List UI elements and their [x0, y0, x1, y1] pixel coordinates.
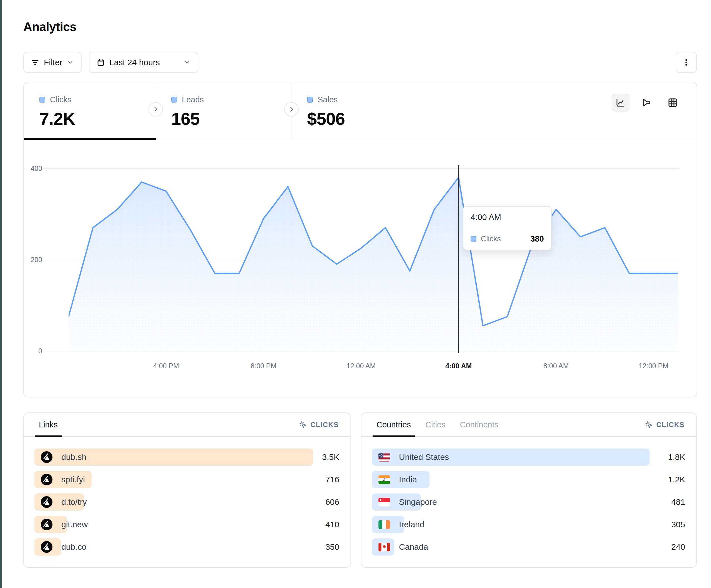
next-stat-button[interactable] [284, 102, 299, 116]
countries-metric-header[interactable]: CLICKS [645, 421, 685, 429]
funnel-chart-icon[interactable] [638, 94, 655, 112]
stat-label: Sales [318, 95, 338, 104]
stat-tab-leads[interactable]: Leads 165 [156, 82, 292, 139]
ireland-flag-icon [379, 520, 390, 529]
countries-rows: United States1.8KIndia1.2KSingapore481Ir… [372, 437, 685, 556]
page-title: Analytics [23, 20, 76, 34]
chevron-down-icon [67, 59, 73, 66]
link-row-label: spti.fyi [61, 475, 85, 484]
tab-countries[interactable]: Countries [376, 413, 411, 436]
country-row-label: India [399, 475, 417, 484]
tooltip-series-label: Clicks [481, 235, 526, 243]
countries-panel: Countries Cities Continents CLICKS Unite… [361, 412, 697, 568]
clicks-legend-swatch [39, 97, 45, 103]
chart-crosshair-line [458, 165, 459, 353]
link-row-label: dub.co [61, 542, 86, 552]
links-metric-header[interactable]: CLICKS [299, 421, 339, 429]
link-row[interactable]: git.new410 [35, 516, 339, 533]
stat-tab-sales[interactable]: Sales $506 [292, 82, 447, 139]
tooltip-time: 4:00 AM [464, 207, 551, 228]
x-axis-tick-label: 12:00 AM [346, 362, 376, 370]
cursor-click-icon [645, 421, 653, 429]
clicks-area-chart[interactable] [69, 164, 678, 351]
country-row[interactable]: Canada240 [372, 538, 685, 556]
chevron-right-icon [288, 106, 295, 113]
dub-logo-icon [41, 541, 52, 553]
x-axis-line [43, 351, 680, 352]
chart-type-toggle [611, 94, 682, 112]
stats-row: Clicks 7.2K Leads 165 Sales $506 [24, 82, 696, 139]
india-flag-icon [379, 475, 390, 484]
more-options-button[interactable] [676, 52, 697, 73]
calendar-icon [96, 58, 105, 67]
us-flag-icon [379, 453, 390, 461]
country-row[interactable]: India1.2K [372, 471, 685, 488]
link-row-label: d.to/try [61, 497, 87, 507]
country-row-label: United States [399, 452, 449, 462]
chevron-right-icon [152, 106, 159, 113]
date-range-button[interactable]: Last 24 hours [89, 52, 198, 73]
link-row[interactable]: dub.co350 [35, 538, 339, 556]
stat-value: 7.2K [39, 109, 156, 129]
stat-label: Clicks [50, 95, 71, 104]
link-row-value: 410 [325, 516, 339, 533]
table-grid-icon[interactable] [664, 94, 682, 112]
stat-value: $506 [307, 109, 447, 129]
tab-continents[interactable]: Continents [460, 413, 499, 436]
country-row-label: Singapore [399, 497, 437, 507]
link-row-value: 716 [325, 471, 339, 488]
tab-links[interactable]: Links [39, 413, 58, 436]
x-axis-tick-label: 4:00 PM [153, 362, 179, 370]
countries-panel-header: Countries Cities Continents CLICKS [362, 413, 696, 437]
sales-legend-swatch [307, 97, 313, 103]
link-row[interactable]: spti.fyi716 [35, 471, 339, 488]
country-row-value: 1.2K [668, 471, 685, 488]
link-row[interactable]: d.to/try606 [35, 493, 339, 511]
links-rows: dub.sh3.5Kspti.fyi716d.to/try606git.new4… [35, 437, 339, 556]
x-axis-tick-label: 4:00 AM [445, 362, 472, 370]
date-range-value: Last 24 hours [109, 58, 160, 67]
link-row-label: dub.sh [61, 452, 86, 462]
stat-tab-clicks[interactable]: Clicks 7.2K [24, 82, 156, 139]
y-axis-tick-label: 400 [22, 164, 42, 173]
metric-label: CLICKS [656, 421, 685, 429]
tooltip-value: 380 [531, 234, 544, 244]
y-axis-tick-label: 200 [22, 256, 42, 264]
dub-logo-icon [41, 496, 52, 508]
country-row-value: 1.8K [668, 449, 685, 466]
cursor-click-icon [299, 421, 307, 429]
y-axis-tick-label: 0 [22, 347, 42, 355]
links-panel: Links CLICKS dub.sh3.5Kspti.fyi716d.to/t… [23, 412, 351, 568]
country-row-value: 240 [671, 538, 685, 556]
country-row-label: Canada [399, 542, 428, 552]
links-panel-header: Links CLICKS [24, 413, 350, 437]
country-row[interactable]: Ireland305 [372, 516, 685, 533]
window-edge-decoration [0, 0, 2, 588]
x-axis-tick-label: 12:00 PM [639, 362, 669, 370]
link-row[interactable]: dub.sh3.5K [35, 449, 339, 466]
clicks-legend-swatch [471, 236, 476, 242]
link-row-value: 606 [325, 493, 339, 511]
filter-bars-icon [31, 58, 39, 67]
filter-button-label: Filter [44, 58, 62, 67]
filter-button[interactable]: Filter [23, 52, 82, 73]
link-row-value: 350 [325, 538, 339, 556]
country-row[interactable]: Singapore481 [372, 493, 685, 511]
country-row-label: Ireland [399, 520, 425, 529]
analytics-page: Analytics Filter Last 24 hours [0, 0, 711, 588]
dub-logo-icon [41, 519, 52, 530]
tab-cities[interactable]: Cities [425, 413, 446, 436]
line-chart-icon[interactable] [611, 94, 629, 112]
link-row-label: git.new [61, 520, 88, 529]
canada-flag-icon [379, 543, 390, 551]
stat-value: 165 [171, 109, 292, 129]
chart-tooltip: 4:00 AM Clicks 380 [463, 206, 552, 250]
dub-logo-icon [41, 451, 52, 463]
x-axis-tick-label: 8:00 AM [543, 362, 569, 370]
stat-label: Leads [182, 95, 204, 104]
singapore-flag-icon [379, 498, 390, 506]
country-row[interactable]: United States1.8K [372, 449, 685, 466]
next-stat-button[interactable] [149, 102, 163, 116]
metric-label: CLICKS [310, 421, 339, 429]
dub-logo-icon [41, 474, 52, 485]
